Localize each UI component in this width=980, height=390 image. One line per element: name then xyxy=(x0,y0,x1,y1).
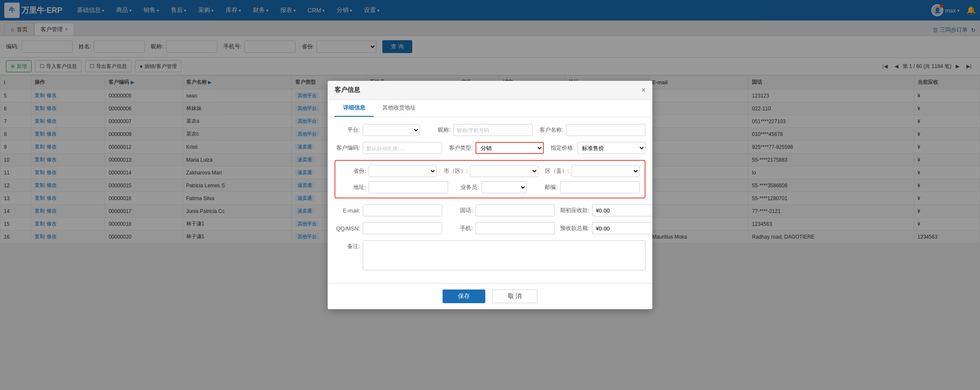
customer-code-group: 客户编码: xyxy=(334,142,442,154)
platform-group: 平台: xyxy=(334,124,420,136)
qq-label: QQ/MSN: xyxy=(334,225,360,232)
customer-type-group: 客户类型: 分销 零售 批发 其他 xyxy=(447,142,544,154)
customer-type-label: 客户类型: xyxy=(447,144,473,152)
initial-receivable-group: 期初应收款: xyxy=(560,204,652,216)
customer-name-input[interactable] xyxy=(566,124,646,136)
form-row-3: E-mail: 固话: 期初应收款: xyxy=(334,204,646,216)
email-group: E-mail: xyxy=(334,204,442,216)
postcode-input[interactable] xyxy=(560,181,640,193)
address-group: 地址: xyxy=(340,181,448,193)
address-input[interactable] xyxy=(369,181,448,193)
platform-select[interactable] xyxy=(363,124,420,136)
customer-name-group: 客户名称: xyxy=(538,124,646,136)
price-select[interactable]: 标准售价 会员价 批发价 xyxy=(577,142,646,154)
platform-label: 平台: xyxy=(334,126,360,134)
initial-receivable-input[interactable] xyxy=(592,204,652,216)
salesman-select[interactable] xyxy=(481,181,527,193)
modal-header: 客户信息 × xyxy=(328,81,652,100)
modal-tab-address[interactable]: 其他收货地址 xyxy=(374,100,424,117)
district-group: 区（县）: xyxy=(543,165,640,177)
nickname-input[interactable] xyxy=(453,124,533,136)
mobile-input[interactable] xyxy=(475,222,555,234)
customer-name-label: 客户名称: xyxy=(538,126,563,134)
city-label: 市（区）: xyxy=(442,167,467,175)
advance-total-group: 预收款总额: xyxy=(560,222,652,234)
salesman-label: 业务员: xyxy=(453,183,479,191)
province-select-modal[interactable] xyxy=(369,165,437,177)
location-section: 省份: 市（区）: 区（县）: xyxy=(334,160,646,198)
tel-group: 固话: xyxy=(447,204,555,216)
province-label: 省份: xyxy=(340,167,366,175)
notes-textarea[interactable] xyxy=(363,240,646,243)
mobile-label: 手机: xyxy=(447,225,473,232)
advance-total-label: 预收款总额: xyxy=(560,225,590,232)
modal-overlay[interactable]: 客户信息 × 详细信息 其他收货地址 平台: 昵称: xyxy=(0,0,980,243)
email-input[interactable] xyxy=(363,204,442,216)
form-row-2: 客户编码: 客户类型: 分销 零售 批发 其他 指定价格: 标准售价 xyxy=(334,142,646,154)
notes-label: 备注: xyxy=(334,240,360,243)
nickname-label: 昵称: xyxy=(425,126,451,134)
form-row-location1: 省份: 市（区）: 区（县）: xyxy=(340,165,640,177)
price-group: 指定价格: 标准售价 会员价 批发价 xyxy=(549,142,646,154)
city-select[interactable] xyxy=(470,165,538,177)
modal-close-button[interactable]: × xyxy=(642,86,646,94)
qq-group: QQ/MSN: xyxy=(334,222,442,234)
form-row-location2: 地址: 业务员: 邮编: xyxy=(340,181,640,193)
modal-tabs: 详细信息 其他收货地址 xyxy=(328,100,652,117)
mobile-group: 手机: xyxy=(447,222,555,234)
tel-label: 固话: xyxy=(447,207,473,214)
advance-total-input[interactable] xyxy=(592,222,652,234)
form-row-notes: 备注: xyxy=(334,240,646,243)
postcode-label: 邮编: xyxy=(532,183,557,191)
modal-body: 平台: 昵称: 客户名称: 客户编码: xyxy=(328,117,652,243)
price-label: 指定价格: xyxy=(549,144,575,152)
customer-info-modal: 客户信息 × 详细信息 其他收货地址 平台: 昵称: xyxy=(328,81,652,243)
district-select[interactable] xyxy=(572,165,640,177)
modal-title: 客户信息 xyxy=(334,86,360,94)
tel-input[interactable] xyxy=(475,204,555,216)
nickname-group: 昵称: xyxy=(425,124,533,136)
email-label: E-mail: xyxy=(334,207,360,214)
address-label: 地址: xyxy=(340,183,366,191)
postcode-group: 邮编: xyxy=(532,181,640,193)
customer-type-select[interactable]: 分销 零售 批发 其他 xyxy=(475,142,544,154)
salesman-group: 业务员: xyxy=(453,181,527,193)
initial-receivable-label: 期初应收款: xyxy=(560,207,590,214)
form-row-4: QQ/MSN: 手机: 预收款总额: xyxy=(334,222,646,234)
modal-tab-detail[interactable]: 详细信息 xyxy=(334,100,374,117)
customer-code-label: 客户编码: xyxy=(334,144,360,152)
province-group: 省份: xyxy=(340,165,437,177)
notes-group: 备注: xyxy=(334,240,646,243)
form-row-1: 平台: 昵称: 客户名称: xyxy=(334,124,646,136)
qq-input[interactable] xyxy=(363,222,442,234)
city-group: 市（区）: xyxy=(442,165,538,177)
customer-code-input[interactable] xyxy=(363,142,442,154)
district-label: 区（县）: xyxy=(543,167,569,175)
